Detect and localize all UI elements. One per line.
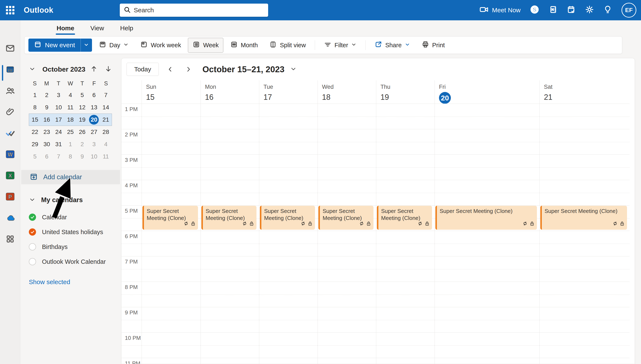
mini-calendar-day[interactable]: 5	[76, 89, 88, 101]
mini-calendar-day[interactable]: 21	[100, 114, 112, 126]
mini-calendar-day[interactable]: 1	[29, 89, 41, 101]
mini-calendar-day[interactable]: 15	[29, 114, 41, 126]
time-cell[interactable]	[318, 104, 376, 129]
settings-gear-button[interactable]	[585, 5, 594, 16]
filter-button[interactable]: Filter	[319, 38, 361, 53]
tab-home[interactable]: Home	[51, 22, 80, 34]
add-calendar-button[interactable]: Add calendar	[21, 170, 120, 184]
date-range-picker[interactable]: October 15–21, 2023	[202, 64, 297, 74]
tab-view[interactable]: View	[85, 22, 109, 34]
calendar-checkbox[interactable]	[29, 214, 36, 221]
time-cell[interactable]	[142, 282, 201, 307]
day-header-mon[interactable]: Mon 16	[201, 80, 259, 104]
event-super-secret-meeting[interactable]: Super Secret Meeting (Clone)	[540, 206, 627, 230]
time-cell[interactable]	[142, 154, 201, 180]
mini-calendar-day[interactable]: 24	[53, 126, 65, 138]
my-calendars-header[interactable]: My calendars	[20, 196, 121, 204]
mini-calendar-day[interactable]: 4	[65, 89, 76, 101]
mini-calendar-day[interactable]: 8	[29, 102, 41, 113]
time-cell[interactable]	[376, 104, 434, 129]
next-week-button[interactable]	[182, 62, 195, 76]
time-cell[interactable]	[376, 129, 434, 154]
time-cell[interactable]	[142, 332, 201, 358]
time-cell[interactable]	[376, 154, 434, 180]
time-cell[interactable]	[435, 332, 539, 358]
mini-calendar-day[interactable]: 8	[65, 151, 76, 162]
time-cell[interactable]	[540, 104, 629, 129]
time-cell[interactable]	[376, 180, 434, 205]
hamburger-button[interactable]	[29, 22, 41, 34]
time-cell[interactable]	[435, 256, 539, 282]
time-cell[interactable]	[435, 154, 539, 180]
time-cell[interactable]	[540, 154, 629, 180]
time-cell[interactable]	[201, 332, 259, 358]
time-cell[interactable]	[142, 307, 201, 332]
mini-calendar-day[interactable]: 31	[53, 138, 65, 150]
time-cell[interactable]	[259, 129, 318, 154]
mini-calendar-day[interactable]: 13	[88, 102, 100, 113]
tab-help[interactable]: Help	[115, 22, 139, 34]
rail-calendar-button[interactable]	[6, 65, 15, 74]
mini-calendar-day[interactable]: 6	[88, 89, 100, 101]
time-cell[interactable]	[142, 104, 201, 129]
time-cell[interactable]	[435, 104, 539, 129]
time-cell[interactable]	[376, 307, 434, 332]
time-cell[interactable]	[435, 129, 539, 154]
rail-powerpoint-button[interactable]: P	[6, 192, 15, 202]
mini-calendar-day[interactable]: 10	[88, 151, 100, 162]
time-cell[interactable]	[540, 307, 629, 332]
time-cell[interactable]	[376, 231, 434, 256]
time-cell[interactable]	[318, 282, 376, 307]
time-cell[interactable]	[201, 231, 259, 256]
time-cell[interactable]	[435, 307, 539, 332]
show-selected-link[interactable]: Show selected	[29, 278, 70, 286]
search-bar[interactable]	[120, 4, 268, 17]
time-cell[interactable]	[259, 332, 318, 358]
mini-calendar-day[interactable]: 5	[29, 151, 41, 162]
mini-calendar-day[interactable]: 30	[41, 138, 53, 150]
mini-calendar-day[interactable]: 11	[65, 102, 76, 113]
mini-calendar-day[interactable]: 10	[53, 102, 65, 113]
mini-calendar-day[interactable]: 7	[53, 151, 65, 162]
event-super-secret-meeting[interactable]: Super Secret Meeting (Clone)	[377, 206, 432, 230]
time-cell[interactable]	[259, 282, 318, 307]
mini-calendar-day[interactable]: 17	[53, 114, 65, 126]
mini-calendar-day[interactable]: 18	[65, 114, 76, 126]
event-super-secret-meeting[interactable]: Super Secret Meeting (Clone)	[201, 206, 257, 230]
time-cell[interactable]	[435, 180, 539, 205]
time-cell[interactable]	[259, 307, 318, 332]
time-cell[interactable]	[259, 256, 318, 282]
time-cell[interactable]	[318, 256, 376, 282]
mini-calendar-day[interactable]: 1	[65, 138, 76, 150]
time-cell[interactable]	[318, 358, 376, 364]
time-cell[interactable]	[318, 129, 376, 154]
search-input[interactable]	[134, 6, 264, 14]
event-super-secret-meeting[interactable]: Super Secret Meeting (Clone)	[143, 206, 198, 230]
today-button[interactable]: Today	[127, 63, 159, 76]
time-cell[interactable]	[540, 256, 629, 282]
mini-calendar-prev-button[interactable]	[90, 65, 98, 73]
time-cell[interactable]	[376, 282, 434, 307]
calendar-item-united-states-holidays[interactable]: United States holidays	[20, 224, 121, 240]
rail-mail-button[interactable]	[6, 44, 15, 54]
time-cell[interactable]	[142, 231, 201, 256]
time-cell[interactable]	[318, 332, 376, 358]
mini-calendar-day[interactable]: 4	[100, 138, 112, 150]
app-launcher-button[interactable]	[0, 0, 20, 20]
time-cell[interactable]	[201, 282, 259, 307]
day-header-wed[interactable]: Wed 18	[318, 80, 376, 104]
time-cell[interactable]	[318, 307, 376, 332]
mini-calendar-day[interactable]: 29	[29, 138, 41, 150]
time-cell[interactable]	[318, 180, 376, 205]
time-cell[interactable]	[201, 104, 259, 129]
rail-onedrive-button[interactable]	[6, 214, 15, 223]
lightbulb-button[interactable]	[603, 5, 612, 16]
time-cell[interactable]	[201, 307, 259, 332]
mini-calendar-next-button[interactable]	[105, 65, 112, 73]
time-cell[interactable]	[540, 180, 629, 205]
day-header-thu[interactable]: Thu 19	[376, 80, 434, 104]
time-cell[interactable]	[201, 180, 259, 205]
time-cell[interactable]	[376, 332, 434, 358]
time-cell[interactable]	[376, 256, 434, 282]
mini-calendar-today[interactable]: 20	[88, 114, 100, 126]
